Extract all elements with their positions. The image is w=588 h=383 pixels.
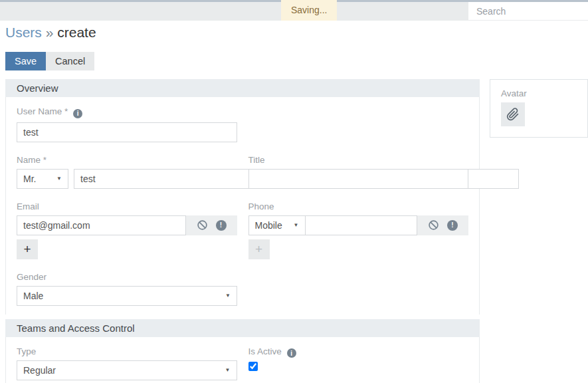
user-name-input[interactable] [17,122,237,142]
phone-field: Phone Mobile ▼ [248,201,469,259]
info-icon: i [287,348,296,358]
invalid-exclamation-icon[interactable]: ! [216,220,227,231]
avatar-upload-button[interactable] [501,102,525,126]
saving-notification: Saving... [281,0,337,21]
is-active-checkbox[interactable] [248,362,258,371]
teams-panel: Teams and Access Control Type Regular ▼ [5,319,480,383]
search-input[interactable] [468,2,588,20]
overview-panel-title: Overview [5,79,480,97]
breadcrumb: Users » create [0,21,588,41]
salutation-select[interactable]: Mr. ▼ [17,169,68,189]
type-value: Regular [23,365,56,376]
phone-type-value: Mobile [255,220,282,231]
opt-out-ban-icon[interactable] [428,219,439,231]
caret-down-icon: ▼ [56,176,62,182]
phone-label: Phone [248,201,274,211]
email-label: Email [17,201,39,211]
is-active-field: Is Active i [248,346,469,380]
type-field: Type Regular ▼ [17,346,237,380]
required-marker: * [64,106,68,116]
paperclip-icon [506,108,520,121]
user-name-field: User Name * i [17,106,237,142]
email-field: Email ! [17,201,237,259]
title-input[interactable] [248,169,469,189]
gender-label: Gender [17,272,47,282]
avatar-panel: Avatar [490,79,588,138]
invalid-exclamation-icon[interactable]: ! [447,220,458,231]
gender-select[interactable]: Male ▼ [17,286,237,306]
topbar: Saving... [0,2,588,21]
add-phone-button[interactable]: + [248,239,270,259]
salutation-value: Mr. [23,174,36,184]
opt-out-ban-icon[interactable] [197,219,208,231]
avatar-label: Avatar [501,88,577,98]
caret-down-icon: ▼ [225,367,231,373]
action-buttons: SaveCancel [0,41,588,70]
phone-type-select[interactable]: Mobile ▼ [248,215,305,235]
gender-value: Male [23,291,43,301]
caret-down-icon: ▼ [225,293,231,299]
is-active-label: Is Active [248,346,282,356]
title-field: Title [248,155,469,189]
email-input[interactable] [17,215,186,235]
overview-panel: Overview User Name * i [5,79,480,315]
caret-down-icon: ▼ [294,222,299,228]
save-button[interactable]: Save [5,52,46,70]
breadcrumb-separator: » [46,25,54,40]
user-name-label: User Name [17,106,62,116]
title-label: Title [248,155,265,165]
page-title: create [57,25,96,40]
gender-field: Gender Male ▼ [17,272,237,306]
name-label: Name [17,155,41,165]
info-icon: i [73,109,82,118]
breadcrumb-users-link[interactable]: Users [5,25,42,40]
add-email-button[interactable]: + [17,239,38,259]
teams-panel-title: Teams and Access Control [5,319,480,337]
cancel-button[interactable]: Cancel [46,52,94,70]
type-select[interactable]: Regular ▼ [17,360,237,380]
required-marker: * [43,155,47,165]
type-label: Type [17,346,36,356]
phone-input[interactable] [305,215,418,235]
name-field: Name * Mr. ▼ [17,155,237,189]
